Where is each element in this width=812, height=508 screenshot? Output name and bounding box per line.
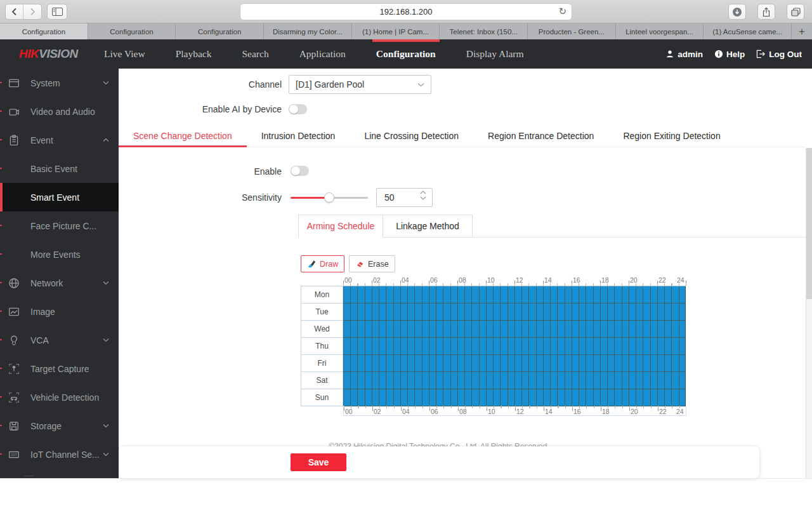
tab-scene-change-detection[interactable]: Scene Change Detection [119,126,247,147]
browser-tab-configuration-3[interactable]: Configuration [176,23,264,39]
tab-line-crossing-detection[interactable]: Line Crossing Detection [350,126,473,147]
image-icon [8,306,20,318]
slider-knob[interactable] [324,192,334,203]
event-icon [8,135,20,146]
sidebar-item-label: Smart Event [30,192,79,203]
sidebar-item-image[interactable]: Image [0,297,119,326]
tab-intrusion-detection[interactable]: Intrusion Detection [247,126,350,147]
spinner [420,190,426,200]
app-header: HIKVISION Live View Playback Search Appl… [0,39,812,69]
sidebar-item-iot-channel[interactable]: IOT IoT Channel Se... [0,440,119,469]
logout-button[interactable]: Log Out [756,50,802,59]
toggle-knob [289,105,298,114]
content-bottom-divider [0,478,812,479]
sidebar-item-smart-event[interactable]: Smart Event [0,183,119,211]
target-capture-icon [8,363,20,375]
enable-ai-toggle[interactable] [289,104,307,114]
hour-label: 18 [601,277,609,283]
schedule-time-grid[interactable] [343,286,686,406]
back-button[interactable] [6,4,23,19]
nav-playback[interactable]: Playback [172,39,216,69]
spinner-down-icon[interactable] [420,196,426,200]
sidebar-item-label: IoT Channel Se... [30,450,100,460]
enable-toggle[interactable] [291,166,309,176]
draw-button[interactable]: Draw [301,255,344,272]
network-icon [8,277,20,289]
save-button[interactable]: Save [291,453,346,471]
sidebar-item-basic-event[interactable]: Basic Event [0,154,119,183]
day-label-column: Mon Tue Wed Thu Fri Sat Sun [301,286,343,406]
video-audio-icon [8,106,20,117]
sidebar-item-video-audio[interactable]: Video and Audio [0,97,119,126]
chevron-up-icon [103,138,109,142]
sidebar-item-event[interactable]: Event [0,126,119,154]
nav-display-alarm[interactable]: Display Alarm [462,39,528,69]
browser-tab-label: Telenet: Inbox (150... [449,28,517,36]
channel-label: Channel [119,79,282,90]
tab-overview-button[interactable] [787,4,804,20]
sidebar-item-vca[interactable]: VCA [0,326,119,354]
schedule-tab-row: Arming Schedule Linkage Method [298,215,473,237]
sidebar-item-label: System [30,78,60,88]
sidebar-item-network[interactable]: Network [0,269,119,297]
downloads-button[interactable] [728,4,746,20]
hikvision-logo: HIKVISION [19,39,78,69]
logo-hik: HIK [19,47,39,61]
sidebar-toggle-button[interactable] [47,4,67,20]
sidebar-item-more-events[interactable]: More Events [0,240,119,269]
sidebar-item-storage[interactable]: Storage [0,411,119,440]
scrollbar-track[interactable] [806,148,812,478]
tab-region-exiting-detection[interactable]: Region Exiting Detection [608,126,735,147]
url-bar[interactable]: ↻ [240,3,572,20]
browser-tab-configuration-1[interactable]: Configuration [0,23,88,39]
share-button[interactable] [757,4,775,20]
hour-label: 24 [677,277,684,283]
downloads-icon [732,7,742,17]
sensitivity-slider[interactable] [291,197,368,199]
channel-select[interactable]: [D1] Garden Pool [289,75,431,94]
browser-tab-home-ipcam[interactable]: (1) Home | IP Cam... [352,23,440,39]
spinner-up-icon[interactable] [420,190,426,194]
hour-label: 14 [545,408,553,415]
hour-label: 08 [459,408,467,415]
tab-linkage-method[interactable]: Linkage Method [383,215,473,237]
hour-label: 16 [573,277,580,283]
tab-arming-schedule[interactable]: Arming Schedule [298,215,383,237]
scrollbar-thumb[interactable] [806,148,812,299]
browser-tab-configuration-2[interactable]: Configuration [88,23,176,39]
new-tab-button[interactable]: + [792,23,812,39]
sidebar-item-label: Storage [30,421,62,431]
tab-region-entrance-detection[interactable]: Region Entrance Detection [473,126,608,147]
erase-icon [355,259,365,269]
sensitivity-input[interactable] [377,189,415,206]
hour-label: 12 [516,277,523,283]
help-button[interactable]: Help [714,50,745,59]
browser-toolbar: ↻ [0,0,812,23]
reload-icon[interactable]: ↻ [558,6,566,17]
browser-tab-linteel[interactable]: Linteel voorgespan... [616,23,704,39]
browser-tab-producten[interactable]: Producten - Green... [528,23,616,39]
user-area: admin Help Log Out [665,39,802,69]
sidebar-item-target-capture[interactable]: Target Capture [0,354,119,383]
hour-label: 22 [658,277,666,283]
arming-schedule-grid: 00 02 04 06 08 10 12 14 16 18 20 22 24 M… [301,277,688,417]
schedule-tab-divider [473,237,812,237]
url-input[interactable] [240,7,572,17]
nav-live-view[interactable]: Live View [100,39,149,69]
day-label: Tue [301,304,343,321]
sidebar-item-vehicle-detection[interactable]: Vehicle Detection [0,383,119,411]
sidebar-item-system[interactable]: System [0,69,119,97]
day-label: Wed [301,321,343,338]
sidebar-item-face-picture[interactable]: Face Picture C... [0,211,119,240]
browser-tab-disarming[interactable]: Disarming my Color... [264,23,352,39]
hour-label: 00 [344,277,352,283]
storage-icon [8,420,20,432]
forward-button[interactable] [23,4,41,19]
browser-tab-telenet-inbox[interactable]: Telenet: Inbox (150... [440,23,528,39]
browser-tab-acusense[interactable]: (1) AcuSense came... [704,23,792,39]
nav-application[interactable]: Application [296,39,350,69]
nav-search[interactable]: Search [238,39,272,69]
erase-button[interactable]: Erase [349,255,395,272]
user-menu[interactable]: admin [665,50,703,59]
nav-configuration[interactable]: Configuration [372,39,440,69]
